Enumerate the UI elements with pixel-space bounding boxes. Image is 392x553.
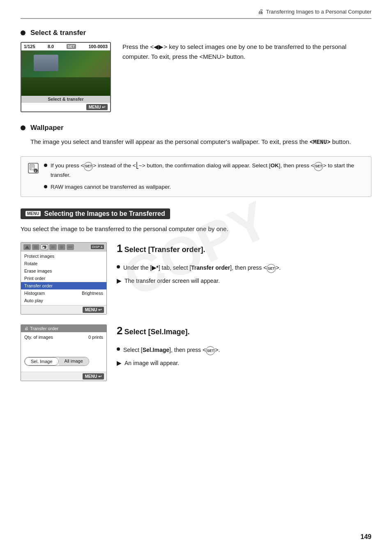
tab-icon-6 bbox=[67, 244, 74, 250]
step-1-bullet-1-text: Under the [▶*] tab, select [Transfer ord… bbox=[123, 263, 281, 273]
step-2-bullet-1-text: Select [Sel.Image], then press <SET>. bbox=[123, 345, 220, 355]
step-1-bullet-1: Under the [▶*] tab, select [Transfer ord… bbox=[117, 263, 371, 273]
transfer-screen-bottom: MENU ↩ bbox=[21, 372, 106, 381]
step-1-content: 1 Select [Transfer order]. Under the [▶*… bbox=[117, 242, 371, 289]
step-2-arrow: ▶ bbox=[117, 359, 121, 368]
transfer-buttons: Sel. Image All image bbox=[24, 357, 89, 366]
steps-container: ▶ DISP & Protect images Rotate bbox=[21, 242, 371, 381]
transfer-screen-label: Transfer order bbox=[30, 326, 58, 331]
select-transfer-desc-text: Press the <◀▶> key to select images one … bbox=[122, 43, 346, 60]
transfer-screen-icon: 🖨 bbox=[24, 326, 28, 331]
wallpaper-body: The image you select and transfer will a… bbox=[30, 137, 371, 147]
tab-icon-2 bbox=[32, 244, 39, 250]
camera-label-bar: Select & transfer bbox=[21, 96, 110, 102]
page-header: 🖨 Transferring Images to a Personal Comp… bbox=[21, 8, 371, 19]
wallpaper-section: Wallpaper The image you select and trans… bbox=[21, 124, 371, 147]
menu-section-title: Selecting the Images to be Transferred bbox=[44, 210, 165, 217]
step-1-bullet-1-dot bbox=[117, 265, 120, 268]
header-text: Transferring Images to a Personal Comput… bbox=[266, 9, 371, 15]
note-bullet-2 bbox=[44, 185, 47, 188]
svg-text:i: i bbox=[35, 169, 36, 173]
transfer-qty-value: 0 prints bbox=[88, 335, 103, 340]
step-2-body: Select [Sel.Image], then press <SET>. ▶ … bbox=[117, 345, 371, 368]
transfer-screen: 🖨 Transfer order Qty. of images 0 prints… bbox=[21, 324, 107, 381]
step-2-bullet-1-dot bbox=[117, 347, 120, 351]
step-2-content: 2 Select [Sel.Image]. Select [Sel.Image]… bbox=[117, 324, 371, 372]
camera-screen: 1/125 8.0 SET 100-0003 Select & transfer… bbox=[21, 42, 111, 112]
select-transfer-section: Select & transfer 1/125 8.0 SET 100-0003… bbox=[21, 29, 371, 112]
select-transfer-title: Select & transfer bbox=[30, 29, 86, 37]
disp-badge: DISP & bbox=[91, 245, 104, 249]
select-transfer-title-row: Select & transfer bbox=[21, 29, 371, 37]
step-1-title: Select [Transfer order]. bbox=[124, 245, 205, 254]
camera-set-badge: SET bbox=[67, 44, 76, 49]
step-1-arrow: ▶ bbox=[117, 276, 121, 286]
tab-icon-1 bbox=[23, 244, 31, 250]
menu-item-print: Print order bbox=[21, 275, 106, 282]
menu-item-histogram: HistogramBrightness bbox=[21, 289, 106, 297]
menu-screen-menu-btn: MENU ↩ bbox=[83, 307, 104, 313]
step-2-number: 2 bbox=[117, 325, 122, 336]
menu-screen-bottom: MENU ↩ bbox=[21, 305, 106, 314]
note-box: i If you press <SET> instead of the <⎣~>… bbox=[21, 156, 371, 197]
svg-rect-13 bbox=[68, 246, 72, 248]
page-number: 149 bbox=[360, 533, 371, 541]
menu-items-list: Protect images Rotate Erase images Print… bbox=[21, 252, 106, 305]
menu-screen-top: ▶ DISP & bbox=[21, 243, 106, 252]
camera-file-num: 100-0003 bbox=[88, 44, 108, 49]
step-2-title: Select [Sel.Image]. bbox=[124, 328, 189, 336]
bullet-circle bbox=[21, 30, 25, 35]
menu-item-protect: Protect images bbox=[21, 252, 106, 260]
svg-rect-11 bbox=[51, 246, 55, 248]
camera-menu-btn: MENU ↩ bbox=[86, 104, 108, 110]
camera-image-area bbox=[21, 51, 110, 96]
wallpaper-title-row: Wallpaper bbox=[21, 124, 371, 132]
note-icon: i bbox=[28, 162, 39, 174]
selecting-description: You select the image to be transferred t… bbox=[21, 224, 371, 234]
select-transfer-description: Press the <◀▶> key to select images one … bbox=[122, 42, 371, 112]
menu-section-header: MENU Selecting the Images to be Transfer… bbox=[21, 208, 170, 219]
menu-item-transfer: Transfer order bbox=[21, 282, 106, 289]
step-1-row: ▶ DISP & Protect images Rotate bbox=[21, 242, 371, 315]
note-item-2: RAW images cannot be transferred as wall… bbox=[44, 183, 364, 192]
camera-aperture: 8.0 bbox=[48, 44, 54, 49]
step-1-bullet-2: ▶ The transfer order screen will appear. bbox=[117, 276, 371, 286]
note-item-1: If you press <SET> instead of the <⎣~> b… bbox=[44, 162, 364, 180]
svg-marker-7 bbox=[25, 245, 29, 249]
transfer-btn-selimage[interactable]: Sel. Image bbox=[25, 357, 59, 366]
svg-point-12 bbox=[60, 245, 63, 249]
note-content: If you press <SET> instead of the <⎣~> b… bbox=[44, 162, 364, 192]
wallpaper-title: Wallpaper bbox=[30, 124, 64, 132]
transfer-screen-body: Qty. of images 0 prints Sel. Image All i… bbox=[21, 332, 106, 372]
svg-rect-8 bbox=[34, 245, 38, 249]
menu-item-rotate: Rotate bbox=[21, 260, 106, 267]
camera-top-bar: 1/125 8.0 SET 100-0003 bbox=[21, 43, 110, 51]
step-1-bullet-2-text: The transfer order screen will appear. bbox=[125, 276, 220, 286]
tab-icon-4 bbox=[49, 244, 57, 250]
transfer-screen-title: 🖨 Transfer order bbox=[21, 325, 106, 332]
note-text-2: RAW images cannot be transferred as wall… bbox=[51, 183, 171, 192]
transfer-qty-label: Qty. of images bbox=[24, 335, 53, 340]
step-2-bullet-2-text: An image will appear. bbox=[125, 359, 179, 368]
menu-icon-box: MENU bbox=[25, 211, 41, 216]
menu-item-erase: Erase images bbox=[21, 267, 106, 275]
note-bullet-1 bbox=[44, 164, 47, 167]
step-2-row: 🖨 Transfer order Qty. of images 0 prints… bbox=[21, 324, 371, 381]
step-1-number: 1 bbox=[117, 243, 122, 254]
step-1-screen: ▶ DISP & Protect images Rotate bbox=[21, 242, 107, 315]
header-icon: 🖨 bbox=[258, 8, 263, 15]
selecting-section: MENU Selecting the Images to be Transfer… bbox=[21, 208, 371, 234]
wallpaper-bullet bbox=[21, 125, 25, 130]
menu-item-autoplay: Auto play bbox=[21, 297, 106, 304]
camera-bottom-bar: MENU ↩ bbox=[21, 102, 110, 111]
note-text-1: If you press <SET> instead of the <⎣~> b… bbox=[51, 162, 364, 180]
step-2-bullet-2: ▶ An image will appear. bbox=[117, 359, 371, 368]
step-2-bullet-1: Select [Sel.Image], then press <SET>. bbox=[117, 345, 371, 355]
transfer-btn-allimage[interactable]: All image bbox=[59, 357, 89, 366]
step-1-body: Under the [▶*] tab, select [Transfer ord… bbox=[117, 263, 371, 286]
tab-icon-3-active: ▶ bbox=[41, 244, 48, 250]
transfer-qty-row: Qty. of images 0 prints bbox=[24, 335, 103, 340]
tab-icon-5 bbox=[58, 244, 65, 250]
transfer-menu-btn: MENU ↩ bbox=[83, 373, 104, 379]
select-transfer-content: 1/125 8.0 SET 100-0003 Select & transfer… bbox=[21, 42, 371, 112]
